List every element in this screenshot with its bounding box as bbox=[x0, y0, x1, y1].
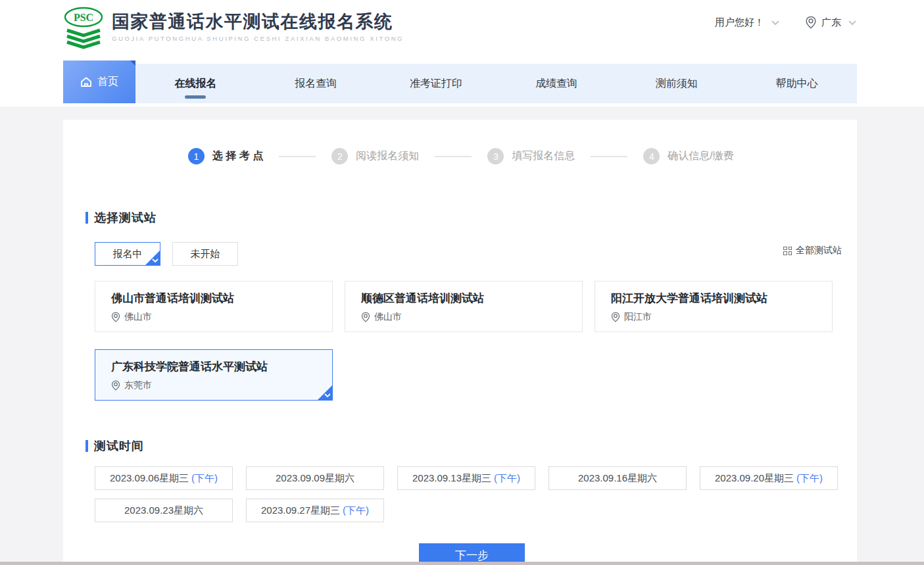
step-label: 阅读报名须知 bbox=[356, 149, 419, 163]
station-city: 佛山市 bbox=[111, 311, 316, 323]
page: PSC 国家普通话水平测试在线报名系统 GUOJIA PUTONGHUA SHU… bbox=[0, 0, 924, 565]
nav-item-online-registration[interactable]: 在线报名 bbox=[135, 64, 256, 103]
step-label: 确认信息/缴费 bbox=[668, 149, 733, 163]
station-city-label: 东莞市 bbox=[124, 380, 152, 391]
nav-item-registration-query[interactable]: 报名查询 bbox=[256, 64, 376, 103]
date-option-0920[interactable]: 2023.09.20星期三 (下午) bbox=[700, 466, 838, 490]
horizontal-scrollbar[interactable] bbox=[0, 562, 924, 565]
nav-item-label: 报名查询 bbox=[295, 77, 337, 91]
site-title: 国家普通话水平测试在线报名系统 bbox=[112, 11, 404, 33]
region-label: 广东 bbox=[821, 16, 841, 29]
date-option-0916[interactable]: 2023.09.16星期六 bbox=[548, 466, 687, 490]
date-text: 2023.09.13星期三 bbox=[412, 472, 491, 485]
date-option-0927[interactable]: 2023.09.27星期三 (下午) bbox=[246, 499, 384, 522]
station-card-foshan[interactable]: 佛山市普通话培训测试站 佛山市 bbox=[95, 281, 333, 332]
section-title-test-time: 测试时间 bbox=[85, 438, 144, 454]
date-text: 2023.09.06星期三 bbox=[110, 472, 189, 485]
chevron-down-icon[interactable] bbox=[771, 20, 780, 26]
step-select-site: 1 选 择 考 点 bbox=[188, 148, 263, 164]
step-label: 填写报名信息 bbox=[512, 149, 575, 163]
step-label: 选 择 考 点 bbox=[212, 149, 263, 163]
station-card-shunde[interactable]: 顺德区普通话培训测试站 佛山市 bbox=[345, 281, 583, 332]
nav-home-label: 首页 bbox=[97, 75, 118, 89]
location-pin-icon bbox=[361, 312, 370, 322]
site-subtitle: GUOJIA PUTONGHUA SHUIPING CESHI ZAIXIAN … bbox=[112, 35, 404, 42]
nav-item-label: 帮助中心 bbox=[776, 77, 818, 91]
nav-item-score-query[interactable]: 成绩查询 bbox=[496, 64, 616, 103]
user-greeting[interactable]: 用户您好！ bbox=[715, 16, 764, 29]
station-card-guangdong-keji-selected[interactable]: 广东科技学院普通话水平测试站 东莞市 bbox=[95, 349, 333, 401]
brand-text: 国家普通话水平测试在线报名系统 GUOJIA PUTONGHUA SHUIPIN… bbox=[112, 7, 404, 42]
station-city: 阳江市 bbox=[611, 311, 816, 323]
step-number: 2 bbox=[331, 148, 348, 164]
date-note: (下午) bbox=[796, 472, 823, 485]
location-pin-icon bbox=[805, 16, 817, 29]
nav-item-label: 在线报名 bbox=[174, 77, 216, 91]
brand: PSC 国家普通话水平测试在线报名系统 GUOJIA PUTONGHUA SHU… bbox=[63, 7, 404, 50]
station-city-label: 佛山市 bbox=[124, 311, 152, 323]
nav-item-label: 测前须知 bbox=[656, 77, 698, 91]
user-area: 用户您好！ 广东 bbox=[715, 16, 857, 29]
date-note: (下午) bbox=[343, 504, 369, 517]
station-row-1: 佛山市普通话培训测试站 佛山市 顺德区普通话培训测试站 佛山市 bbox=[95, 281, 833, 332]
station-card-yangjiang[interactable]: 阳江开放大学普通话培训测试站 阳江市 bbox=[595, 281, 833, 332]
date-note: (下午) bbox=[191, 472, 218, 485]
step-read-notice: 2 阅读报名须知 bbox=[331, 148, 419, 164]
section-title-text: 测试时间 bbox=[94, 438, 144, 454]
date-text: 2023.09.16星期六 bbox=[578, 472, 657, 485]
station-name: 阳江开放大学普通话培训测试站 bbox=[611, 291, 816, 306]
main-nav: 首页 在线报名 报名查询 准考证打印 成绩查询 测前须知 帮助中心 bbox=[63, 64, 857, 103]
check-icon bbox=[324, 392, 331, 399]
check-icon bbox=[151, 257, 159, 264]
station-name: 顺德区普通话培训测试站 bbox=[361, 291, 566, 306]
date-option-0906[interactable]: 2023.09.06星期三 (下午) bbox=[95, 466, 233, 490]
chevron-down-icon[interactable] bbox=[848, 20, 857, 26]
svg-text:PSC: PSC bbox=[74, 12, 93, 23]
filter-tab-registering[interactable]: 报名中 bbox=[95, 242, 160, 266]
region-selector[interactable]: 广东 bbox=[805, 16, 841, 29]
nav-item-admission-ticket-print[interactable]: 准考证打印 bbox=[376, 64, 497, 103]
nav-item-help-center[interactable]: 帮助中心 bbox=[737, 64, 857, 103]
station-city: 东莞市 bbox=[111, 380, 316, 391]
date-text: 2023.09.23星期六 bbox=[124, 504, 203, 517]
header: PSC 国家普通话水平测试在线报名系统 GUOJIA PUTONGHUA SHU… bbox=[0, 0, 924, 64]
station-city: 佛山市 bbox=[361, 311, 566, 323]
step-separator bbox=[435, 156, 472, 157]
station-row-2: 广东科技学院普通话水平测试站 东莞市 bbox=[95, 349, 333, 401]
nav-item-home[interactable]: 首页 bbox=[63, 61, 135, 103]
station-name: 广东科技学院普通话水平测试站 bbox=[111, 359, 316, 374]
nav-item-label: 成绩查询 bbox=[535, 77, 577, 91]
station-city-label: 阳江市 bbox=[624, 311, 652, 323]
filter-tab-not-started[interactable]: 未开始 bbox=[172, 242, 238, 266]
nav-item-label: 准考证打印 bbox=[410, 77, 462, 91]
date-text: 2023.09.20星期三 bbox=[715, 472, 794, 485]
date-option-0913[interactable]: 2023.09.13星期三 (下午) bbox=[397, 466, 535, 490]
date-option-0923[interactable]: 2023.09.23星期六 bbox=[95, 499, 233, 522]
main-content-card: 1 选 择 考 点 2 阅读报名须知 3 填写报名信息 4 确认信息/缴费 选择… bbox=[63, 120, 857, 565]
step-confirm-pay: 4 确认信息/缴费 bbox=[643, 148, 733, 164]
all-stations-link[interactable]: 全部测试站 bbox=[783, 245, 842, 257]
date-row-1: 2023.09.06星期三 (下午) 2023.09.09星期六 2023.09… bbox=[95, 466, 838, 490]
location-pin-icon bbox=[111, 380, 120, 391]
section-title-bar bbox=[85, 440, 88, 452]
nav-item-pretest-notice[interactable]: 测前须知 bbox=[616, 64, 737, 103]
step-fill-info: 3 填写报名信息 bbox=[487, 148, 575, 164]
location-pin-icon bbox=[611, 312, 620, 322]
psc-logo-icon: PSC bbox=[63, 7, 104, 50]
date-text: 2023.09.09星期六 bbox=[276, 472, 354, 485]
date-row-2: 2023.09.23星期六 2023.09.27星期三 (下午) bbox=[95, 499, 384, 522]
section-title-select-station: 选择测试站 bbox=[85, 210, 157, 226]
home-icon bbox=[80, 76, 92, 87]
date-option-0909[interactable]: 2023.09.09星期六 bbox=[246, 466, 384, 490]
filter-tab-label: 报名中 bbox=[113, 248, 143, 260]
date-text: 2023.09.27星期三 bbox=[261, 504, 340, 517]
location-pin-icon bbox=[111, 312, 120, 322]
step-separator bbox=[591, 156, 627, 157]
date-note: (下午) bbox=[494, 472, 520, 485]
active-tab-underline bbox=[185, 95, 206, 99]
all-stations-label: 全部测试站 bbox=[796, 245, 842, 257]
filter-tab-label: 未开始 bbox=[191, 248, 220, 260]
step-number: 3 bbox=[487, 148, 504, 164]
section-title-text: 选择测试站 bbox=[94, 210, 157, 226]
grid-icon bbox=[783, 247, 792, 255]
